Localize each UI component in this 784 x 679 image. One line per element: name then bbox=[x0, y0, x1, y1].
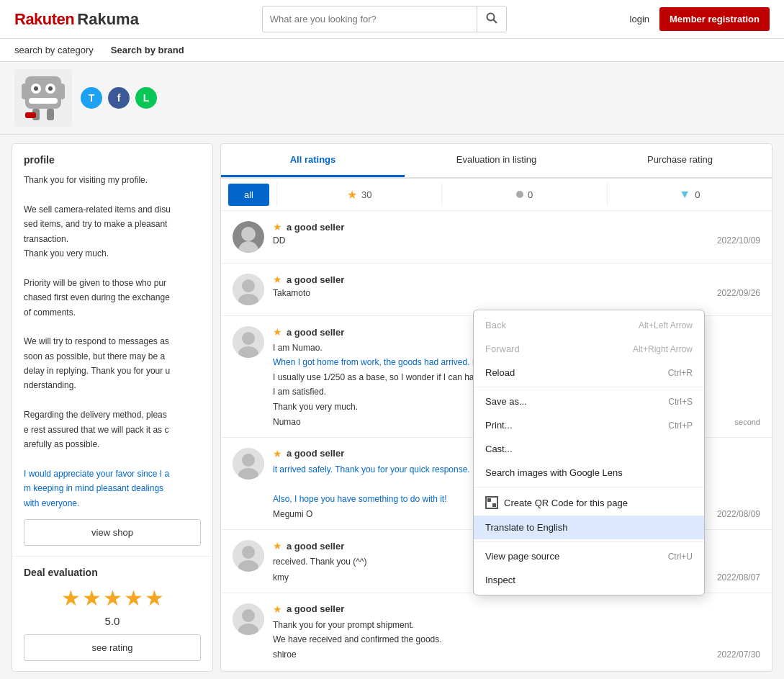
neutral-stat: 0 bbox=[442, 189, 606, 200]
profile-section: profile Thank you for visiting my profil… bbox=[12, 144, 212, 557]
svg-point-23 bbox=[242, 454, 255, 467]
context-menu-item-save[interactable]: Save as... Ctrl+S bbox=[474, 390, 704, 413]
svg-point-0 bbox=[487, 14, 494, 21]
star-5: ★ bbox=[145, 585, 164, 611]
context-menu-item-view-source[interactable]: View page source Ctrl+U bbox=[474, 544, 704, 568]
context-menu-save-shortcut: Ctrl+S bbox=[668, 397, 693, 407]
svg-point-29 bbox=[242, 609, 255, 622]
context-menu-translate-label: Translate to English bbox=[485, 522, 567, 533]
context-menu-forward-label: Forward bbox=[485, 343, 520, 354]
profile-text-6: I would appreciate your favor since I am… bbox=[24, 467, 201, 511]
search-input[interactable] bbox=[263, 8, 477, 30]
logo[interactable]: Rakuten Rakuma bbox=[14, 10, 139, 29]
filter-row: all ★ 30 0 ▼ 0 bbox=[221, 179, 772, 211]
context-menu-reload-shortcut: Ctrl+R bbox=[668, 368, 693, 378]
reviewer-avatar bbox=[233, 274, 264, 305]
review-author: Numao bbox=[273, 417, 301, 427]
review-date: 2022/07/30 bbox=[717, 649, 760, 660]
tab-listing-evaluation[interactable]: Evaluation in listing bbox=[405, 144, 588, 177]
search-button[interactable] bbox=[477, 6, 506, 32]
context-menu-item-back[interactable]: Back Alt+Left Arrow bbox=[474, 313, 704, 337]
context-menu-item-forward[interactable]: Forward Alt+Right Arrow bbox=[474, 337, 704, 361]
review-author: Megumi O bbox=[273, 509, 312, 519]
context-menu-divider-3 bbox=[474, 541, 704, 542]
svg-line-1 bbox=[493, 20, 497, 24]
context-menu-forward-shortcut: Alt+Right Arrow bbox=[633, 344, 693, 354]
context-menu-print-label: Print... bbox=[485, 420, 513, 431]
context-menu-item-reload[interactable]: Reload Ctrl+R bbox=[474, 361, 704, 385]
nav-item-brand[interactable]: Search by brand bbox=[111, 45, 184, 55]
rating-score: 5.0 bbox=[24, 615, 201, 627]
svg-point-20 bbox=[242, 332, 255, 345]
context-menu-qr-label: Create QR Code for this page bbox=[504, 498, 628, 508]
context-menu-item-translate[interactable]: Translate to English bbox=[474, 516, 704, 539]
context-menu-back-shortcut: Alt+Left Arrow bbox=[639, 320, 693, 330]
review-body: ★ a good seller Takamoto 2022/09/26 bbox=[273, 274, 760, 298]
default-avatar-icon bbox=[233, 603, 264, 635]
reviewer-avatar bbox=[233, 221, 264, 253]
svg-rect-12 bbox=[25, 112, 36, 118]
negative-count: 0 bbox=[695, 189, 700, 200]
context-menu-inspect-label: Inspect bbox=[485, 575, 515, 585]
star-4: ★ bbox=[124, 585, 143, 611]
context-menu-source-label: View page source bbox=[485, 551, 559, 562]
context-menu-item-inspect[interactable]: Inspect bbox=[474, 568, 704, 592]
tabs-row: All ratings Evaluation in listing Purcha… bbox=[221, 144, 772, 179]
main-container: profile Thank you for visiting my profil… bbox=[0, 135, 784, 679]
context-menu: Back Alt+Left Arrow Forward Alt+Right Ar… bbox=[473, 310, 705, 595]
search-icon bbox=[486, 12, 497, 24]
see-rating-button[interactable]: see rating bbox=[24, 634, 201, 661]
logo-rakuma: Rakuma bbox=[77, 10, 139, 29]
negative-stat: ▼ 0 bbox=[608, 188, 772, 201]
review-author: DD bbox=[273, 235, 285, 246]
svg-point-14 bbox=[241, 227, 256, 241]
review-title: a good seller bbox=[287, 603, 344, 614]
review-second-text: second bbox=[735, 418, 760, 426]
filter-all-button[interactable]: all bbox=[228, 184, 269, 206]
sub-nav: search by category Search by brand bbox=[0, 39, 784, 62]
review-date: 2022/08/07 bbox=[717, 572, 760, 583]
svg-rect-2 bbox=[25, 76, 61, 109]
avatar-face-icon bbox=[233, 221, 264, 253]
header: Rakuten Rakuma login Member registration bbox=[0, 0, 784, 39]
twitter-icon[interactable]: T bbox=[81, 87, 102, 109]
tab-all-ratings[interactable]: All ratings bbox=[221, 144, 405, 177]
review-body: ★ a good seller Thank you for your promp… bbox=[273, 603, 760, 660]
context-menu-lens-label: Search images with Google Lens bbox=[485, 467, 623, 478]
avatar-image bbox=[18, 73, 68, 123]
view-shop-button[interactable]: view shop bbox=[24, 519, 201, 546]
review-author: shiroe bbox=[273, 649, 297, 660]
profile-top-strip: T f L bbox=[0, 62, 784, 135]
context-menu-item-print[interactable]: Print... Ctrl+P bbox=[474, 413, 704, 437]
sidebar: profile Thank you for visiting my profil… bbox=[12, 143, 213, 672]
review-date: 2022/09/26 bbox=[717, 288, 760, 298]
context-menu-item-qr[interactable]: Create QR Code for this page bbox=[474, 490, 704, 516]
star-3: ★ bbox=[103, 585, 122, 611]
svg-point-6 bbox=[48, 86, 53, 91]
positive-stat: ★ 30 bbox=[277, 188, 441, 202]
star-2: ★ bbox=[82, 585, 102, 611]
nav-item-category[interactable]: search by category bbox=[14, 45, 94, 55]
context-menu-save-label: Save as... bbox=[485, 396, 527, 407]
negative-dot: ▼ bbox=[679, 188, 690, 201]
member-registration-button[interactable]: Member registration bbox=[659, 7, 770, 31]
svg-rect-7 bbox=[29, 98, 58, 104]
review-title: a good seller bbox=[287, 327, 344, 338]
svg-rect-11 bbox=[47, 109, 54, 120]
review-star-icon: ★ bbox=[273, 274, 282, 285]
default-avatar-icon bbox=[233, 540, 264, 572]
profile-text-4: We will try to respond to messages assoo… bbox=[24, 334, 201, 393]
positive-count: 30 bbox=[361, 189, 371, 200]
review-date: 2022/10/09 bbox=[717, 235, 760, 246]
facebook-icon[interactable]: f bbox=[108, 87, 130, 109]
social-icons-group: T f L bbox=[81, 87, 157, 109]
login-link[interactable]: login bbox=[630, 14, 649, 24]
logo-text: Rakuten bbox=[14, 10, 74, 29]
reviewer-avatar bbox=[233, 603, 264, 635]
profile-text-5: Regarding the delivery method, please re… bbox=[24, 408, 201, 451]
line-icon[interactable]: L bbox=[135, 87, 157, 109]
context-menu-item-google-lens[interactable]: Search images with Google Lens bbox=[474, 461, 704, 485]
tab-purchase-rating[interactable]: Purchase rating bbox=[588, 144, 772, 177]
context-menu-item-cast[interactable]: Cast... bbox=[474, 437, 704, 461]
context-menu-print-shortcut: Ctrl+P bbox=[668, 421, 693, 431]
